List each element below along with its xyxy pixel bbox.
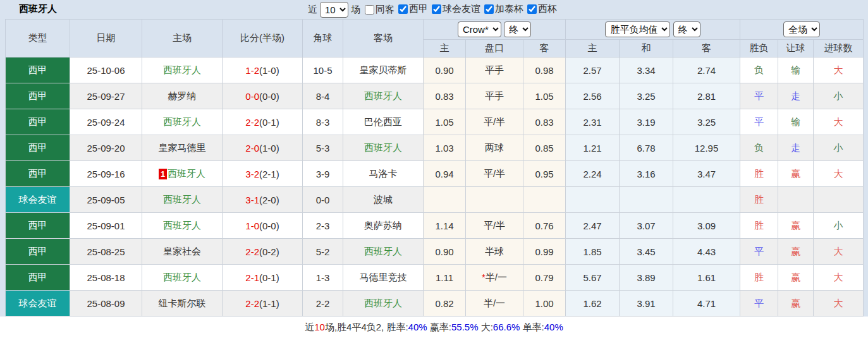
corners-cell: 2-2 [303, 291, 343, 317]
odds-state-select[interactable]: 终 [504, 21, 531, 37]
filter-checkbox[interactable] [527, 4, 537, 14]
away-team-name[interactable]: 马洛卡 [369, 168, 398, 179]
sub-header-avg-lose: 客 [673, 40, 740, 57]
handicap-result: 赢 [791, 246, 800, 257]
filter-checkbox[interactable] [398, 4, 408, 14]
home-team-name[interactable]: 皇家社会 [163, 246, 201, 257]
filter-球会友谊[interactable]: 球会友谊 [432, 3, 480, 15]
away-team-name[interactable]: 马德里竞技 [360, 272, 407, 282]
away-team-name[interactable]: 西班牙人 [364, 90, 402, 101]
home-team-name[interactable]: 皇家马德里 [159, 142, 206, 153]
odds-away-value: 1.05 [535, 91, 553, 102]
type-cell: 西甲 [6, 239, 70, 265]
home-team-name[interactable]: 西班牙人 [163, 272, 201, 282]
avg-odds-select[interactable]: 胜平负均值 [605, 21, 670, 37]
result-cell: 胜 [740, 213, 778, 239]
odds-away-cell: 0.95 [523, 161, 566, 187]
avg-lose-cell: 3.47 [673, 161, 740, 187]
same-away-checkbox-label[interactable]: 同客 [365, 4, 394, 16]
same-away-checkbox[interactable] [365, 5, 374, 15]
away-team-name[interactable]: 皇家贝蒂斯 [360, 64, 407, 75]
handicap-line: 平手 [485, 64, 504, 75]
home-team-name[interactable]: 西班牙人 [163, 194, 201, 205]
half-time-score: (0-1) [259, 272, 279, 283]
odds-home-cell: 0.90 [424, 57, 466, 83]
corner-score: 3-9 [316, 169, 330, 179]
avg-lose-value: 3.25 [697, 117, 716, 128]
home-team-name[interactable]: 纽卡斯尔联 [159, 298, 206, 308]
home-team-name[interactable]: 赫罗纳 [168, 90, 197, 101]
avg-lose-cell: 3.25 [673, 109, 740, 135]
away-team-cell: 马德里竞技 [343, 265, 424, 291]
avg-win-cell: 1.21 [566, 135, 620, 161]
match-row: 球会友谊25-09-05西班牙人3-1(2-0)0-0波城胜 [6, 187, 864, 213]
away-team-name[interactable]: 西班牙人 [364, 246, 402, 257]
filter-checkbox[interactable] [484, 4, 494, 14]
away-team-name[interactable]: 巴伦西亚 [364, 116, 402, 127]
scope-select[interactable]: 全场 [783, 21, 820, 37]
avg-group-header: 胜平负均值 终 [566, 20, 740, 40]
home-team-name[interactable]: 西班牙人 [163, 116, 201, 127]
score-cell: 3-1(2-0) [223, 187, 303, 213]
summary-win-rate: 40% [408, 322, 427, 332]
handicap-line: 平/半 [484, 116, 505, 127]
match-date: 25-09-01 [87, 220, 125, 231]
handicap-result: 走 [791, 90, 800, 101]
half-time-score: (0-2) [259, 246, 279, 257]
away-team-name[interactable]: 波城 [374, 194, 393, 205]
home-team-name[interactable]: 西班牙人 [163, 220, 201, 231]
red-card-badge: 1 [159, 169, 167, 179]
goals-result: 大 [834, 298, 843, 308]
half-time-score: (2-0) [259, 195, 279, 205]
score-cell: 2-0(1-0) [223, 135, 303, 161]
odds-away-value: 0.83 [535, 117, 553, 128]
home-team-name[interactable]: 西班牙人 [163, 64, 201, 75]
away-team-name[interactable]: 西班牙人 [364, 298, 402, 308]
match-row: 西甲25-09-01西班牙人1-0(0-0)2-3奥萨苏纳1.14平/半0.76… [6, 213, 864, 239]
corner-score: 8-3 [316, 117, 330, 128]
summary-big-label: 大: [479, 322, 493, 332]
handicap-result: 赢 [791, 272, 800, 282]
summary-win-label: 赢率: [427, 322, 451, 332]
result-cell: 负 [740, 57, 778, 83]
handicap-cell: 平/半 [466, 213, 523, 239]
odds-home-cell: 0.82 [424, 291, 466, 317]
result-cell: 平 [740, 83, 778, 109]
summary-record: 场,胜4平4负2, 胜率: [325, 322, 408, 332]
handicap-result: 输 [791, 64, 800, 75]
sub-header-handicap-result: 让球 [778, 40, 814, 57]
odds-home-value: 0.90 [435, 65, 453, 76]
filter-西甲[interactable]: 西甲 [398, 3, 428, 15]
avg-state-select[interactable]: 终 [673, 21, 700, 37]
filter-西杯[interactable]: 西杯 [527, 3, 557, 15]
competition-label: 球会友谊 [19, 298, 57, 308]
competition-label: 西甲 [28, 90, 47, 101]
half-time-score: (0-1) [259, 117, 279, 128]
avg-win-cell: 1.85 [566, 239, 620, 265]
filter-checkbox[interactable] [432, 4, 441, 14]
competition-label: 西甲 [28, 64, 47, 75]
corner-score: 10-5 [313, 65, 332, 76]
filter-加泰杯[interactable]: 加泰杯 [484, 3, 523, 15]
avg-lose-value: 2.81 [697, 91, 716, 102]
goals-result: 小 [834, 90, 843, 101]
col-header-home: 主场 [142, 20, 223, 57]
avg-win-value: 2.56 [583, 91, 601, 102]
sub-header-handicap: 盘口 [466, 40, 523, 57]
away-team-name[interactable]: 奥萨苏纳 [364, 220, 402, 231]
handicap-cell: 平/半 [466, 109, 523, 135]
goals-cell: 大 [814, 57, 864, 83]
home-team-name[interactable]: 西班牙人 [168, 168, 205, 179]
goals-cell: 小 [814, 83, 864, 109]
match-date: 25-09-27 [87, 91, 125, 102]
away-team-name[interactable]: 西班牙人 [364, 142, 402, 153]
odds-away-value: 0.79 [535, 272, 553, 283]
score-cell: 1-0(0-0) [223, 213, 303, 239]
avg-draw-cell: 3.91 [620, 291, 673, 317]
corner-score: 5-2 [316, 246, 330, 257]
sub-header-odds-away: 客 [523, 40, 566, 57]
handicap-result: 赢 [791, 168, 800, 179]
odds-company-select[interactable]: Crow* [458, 21, 501, 37]
odds-away-cell: 1.00 [523, 291, 566, 317]
match-count-select[interactable]: 10 [320, 2, 348, 18]
